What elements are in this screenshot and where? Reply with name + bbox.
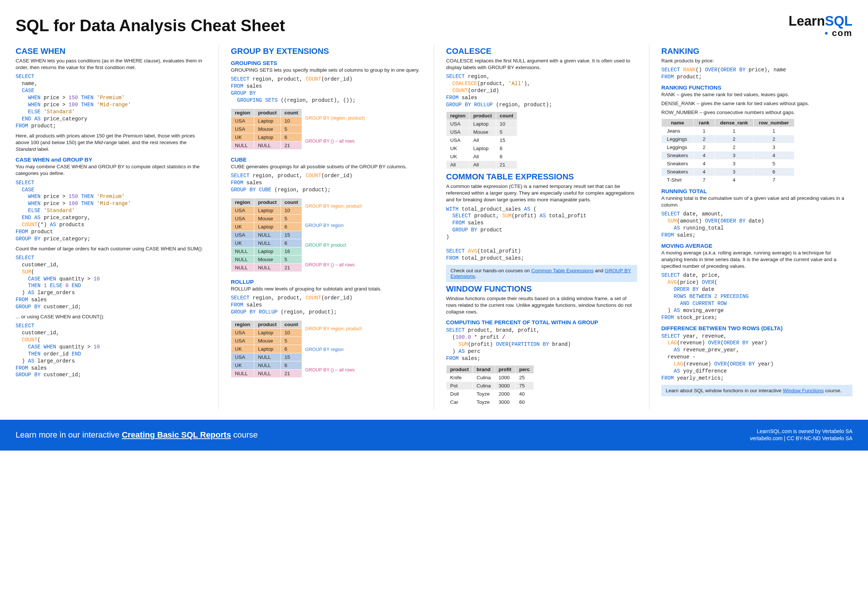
wf-callout: Learn about SQL window functions in our … (661, 385, 852, 396)
column-2: GROUP BY EXTENSIONS GROUPING SETS GROUPI… (219, 44, 422, 409)
cwgb-text2: Count the number of large orders for eac… (16, 246, 207, 252)
link-basic-reports[interactable]: Creating Basic SQL Reports (122, 430, 231, 440)
sets-desc: GROUPING SETS lets you specify multiple … (231, 67, 422, 73)
h-delta: DIFFERENCE BETWEEN TWO ROWS (DELTA) (661, 325, 852, 331)
cwgb-text3: ... or using CASE WHEN and COUNT(): (16, 314, 207, 320)
h-cube: CUBE (231, 156, 422, 163)
code-rank: SELECT RANK() OVER(ORDER BY price), name… (661, 67, 852, 81)
column-3: COALESCE COALESCE replaces the first NUL… (434, 44, 637, 409)
h-coalesce: COALESCE (446, 47, 637, 56)
h-percent-total: COMPUTING THE PERCENT OF TOTAL WITHIN A … (446, 319, 637, 325)
rank-r1: RANK – gives the same rank for tied valu… (661, 92, 852, 98)
code-cwgb-1: SELECT CASE WHEN price > 150 THEN 'Premi… (16, 179, 207, 242)
footer-owner: LearnSQL.com is owned by Vertabelo SA (750, 428, 852, 435)
code-percent: SELECT product, brand, profit, (100.0 * … (446, 327, 637, 362)
h-window-fn: WINDOW FUNCTIONS (446, 284, 637, 294)
percent-table: productbrandprofitperc KnifeCulina100025… (446, 365, 534, 406)
header: SQL for Data Analysis Cheat Sheet LearnS… (16, 14, 852, 37)
h-case-when-group: CASE WHEN and GROUP BY (16, 156, 207, 163)
logo: LearnSQL • com (789, 14, 852, 37)
moving-desc: A moving average (a.k.a. rolling average… (661, 250, 852, 270)
h-cte: COMMON TABLE EXPRESSIONS (446, 172, 637, 182)
footer-right: LearnSQL.com is owned by Vertabelo SA ve… (750, 428, 852, 442)
rank-table: namerankdense_rankrow_number Jeans111 Le… (661, 118, 795, 184)
h-moving: MOVING AVERAGE (661, 242, 852, 249)
h-ranking: RANKING (661, 47, 852, 56)
h-rollup: ROLLUP (231, 278, 422, 285)
h-grouping-sets: GROUPING SETS (231, 60, 422, 66)
code-running: SELECT date, amount, SUM(amount) OVER(OR… (661, 211, 852, 239)
rollup-table: regionproductcount USALaptop10 USAMouse5… (231, 320, 302, 378)
code-coalesce: SELECT region, COALESCE(product, 'All'),… (446, 73, 637, 108)
rollup-desc: ROLLUP adds new levels of grouping for s… (231, 286, 422, 292)
cte-callout: Check out our hands-on courses on Common… (446, 265, 637, 282)
footer-left: Learn more in our interactive Creating B… (16, 430, 258, 440)
rank-r3: ROW_NUMBER – gives consecutive numbers w… (661, 109, 852, 116)
page-title: SQL for Data Analysis Cheat Sheet (16, 16, 285, 35)
coalesce-desc: COALESCE replaces the first NULL argumen… (446, 58, 637, 71)
code-cwgb-3: SELECT customer_id, COUNT( CASE WHEN qua… (16, 322, 207, 379)
h-case-when: CASE WHEN (16, 47, 207, 56)
sets-table-wrap: regionproductcount USALaptop10 USAMouse5… (231, 107, 422, 153)
link-window-fn-course[interactable]: Window Functions (783, 388, 823, 393)
case-when-explain: Here, all products with prices above 150… (16, 133, 207, 153)
code-rollup: SELECT region, product, COUNT(order_id) … (231, 295, 422, 316)
sets-table: regionproductcount USALaptop10 USAMouse5… (231, 109, 302, 150)
code-case-when: SELECT name, CASE WHEN price > 150 THEN … (16, 73, 207, 129)
cube-table: regionproductcount USALaptop10 USAMouse5… (231, 198, 302, 272)
wf-desc: Window functions compute their results b… (446, 295, 637, 316)
rank-r2: DENSE_RANK – gives the same rank for tie… (661, 100, 852, 107)
coalesce-table: regionproductcount USALaptop10 USAMouse5… (446, 112, 517, 169)
h-rank-fn: RANKING FUNCTIONS (661, 84, 852, 91)
code-cte: WITH total_product_sales AS ( SELECT pro… (446, 206, 637, 262)
ranking-desc: Rank products by price: (661, 58, 852, 64)
cwgb-desc: You may combine CASE WHEN and GROUP BY t… (16, 163, 207, 177)
rollup-brackets: GROUP BY region, product GROUP BY region… (305, 319, 361, 381)
columns: CASE WHEN CASE WHEN lets you pass condit… (16, 44, 852, 409)
running-desc: A running total is the cumulative sum of… (661, 195, 852, 208)
cube-brackets: GROUP BY region, product GROUP BY region… (305, 196, 361, 275)
h-groupby-ext: GROUP BY EXTENSIONS (231, 47, 422, 56)
code-delta: SELECT year, revenue, LAG(revenue) OVER(… (661, 333, 852, 382)
column-4: RANKING Rank products by price: SELECT R… (649, 44, 852, 409)
code-sets: SELECT region, product, COUNT(order_id) … (231, 76, 422, 104)
h-running: RUNNING TOTAL (661, 188, 852, 194)
footer-license: vertabelo.com | CC BY-NC-ND Vertabelo SA (750, 435, 852, 442)
rollup-table-wrap: regionproductcount USALaptop10 USAMouse5… (231, 319, 422, 381)
logo-learn: Learn (789, 13, 825, 29)
cube-desc: CUBE generates groupings for all possibl… (231, 163, 422, 170)
page-content: SQL for Data Analysis Cheat Sheet LearnS… (0, 0, 868, 409)
link-cte-course[interactable]: Common Table Expressions (532, 268, 594, 274)
code-cwgb-2: SELECT customer_id, SUM( CASE WHEN quant… (16, 255, 207, 311)
cube-table-wrap: regionproductcount USALaptop10 USAMouse5… (231, 196, 422, 275)
sets-brackets: GROUP BY (region, product) GROUP BY () –… (305, 107, 365, 153)
logo-sql: SQL (825, 13, 852, 29)
column-1: CASE WHEN CASE WHEN lets you pass condit… (16, 44, 207, 409)
case-when-desc: CASE WHEN lets you pass conditions (as i… (16, 58, 207, 71)
logo-com: com (832, 28, 852, 38)
code-moving: SELECT date, price, AVG(price) OVER( ORD… (661, 272, 852, 321)
cte-desc: A common table expression (CTE) is a nam… (446, 183, 637, 204)
footer: Learn more in our interactive Creating B… (0, 420, 868, 451)
code-cube: SELECT region, product, COUNT(order_id) … (231, 173, 422, 194)
logo-dot: • (825, 28, 829, 38)
